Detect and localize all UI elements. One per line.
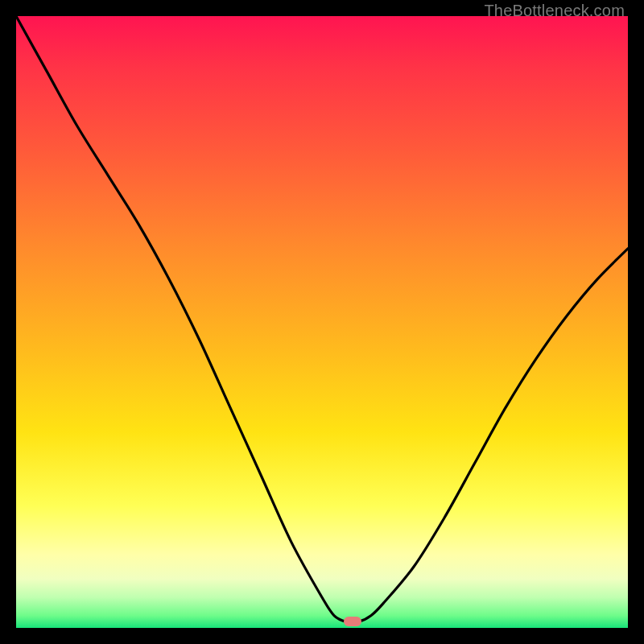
plot-area [16, 16, 628, 628]
chart-frame: TheBottleneck.com [0, 0, 644, 644]
bottleneck-marker [344, 617, 361, 626]
curve-path [16, 16, 628, 622]
bottleneck-curve [16, 16, 628, 628]
